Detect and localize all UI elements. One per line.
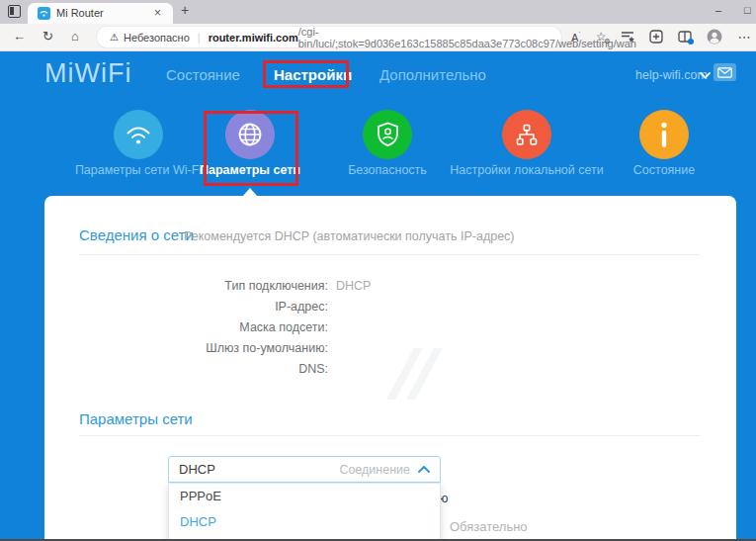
close-tab-icon[interactable]: × <box>154 6 161 20</box>
shield-icon[interactable] <box>363 110 412 159</box>
tab-actions-icon[interactable] <box>8 5 21 18</box>
web-capture-icon[interactable] <box>649 30 663 44</box>
minimize-button[interactable]: – <box>715 4 721 16</box>
section-subtitle-network-info: Рекомендуется DHCP (автоматически получа… <box>184 229 515 243</box>
profile-avatar[interactable] <box>707 29 722 45</box>
divider <box>79 435 700 436</box>
chevron-down-icon[interactable] <box>700 72 711 79</box>
required-placeholder: Обязательно <box>450 519 528 534</box>
miwifi-logo: MiWiFi <box>44 58 131 89</box>
lan-icon[interactable] <box>502 110 551 159</box>
dropdown-selected-value: DHCP <box>179 462 339 477</box>
panel-notch <box>242 188 258 197</box>
section-title-network-settings: Параметры сети <box>79 410 193 427</box>
connection-type-dropdown[interactable]: DHCP Соединение <box>168 456 441 483</box>
not-secure-warning-icon: ⚠ <box>110 32 119 43</box>
wifi-icon[interactable] <box>114 110 163 159</box>
favorites-icon[interactable]: ☆⚙ <box>596 30 607 44</box>
dropdown-options-list: PPPoE DHCP Статический IP-адрес <box>168 483 441 541</box>
quick-item-status[interactable]: Состояние <box>575 163 753 177</box>
account-name[interactable]: help-wifi.com <box>635 68 708 82</box>
more-menu-icon[interactable]: ⋯ <box>737 30 750 45</box>
field-value-connection-type: DHCP <box>336 279 371 293</box>
section-title-network-info: Сведения о сети <box>79 226 194 243</box>
url-domain: router.miwifi.com <box>209 32 298 44</box>
home-icon[interactable]: ⌂ <box>71 30 79 44</box>
dropdown-option-pppoe[interactable]: PPPoE <box>169 484 440 509</box>
divider <box>79 254 700 255</box>
dropdown-option-dhcp[interactable]: DHCP <box>169 509 440 535</box>
security-label[interactable]: Небезопасно <box>124 32 190 44</box>
field-label-ip-address: IP-адрес: <box>79 300 328 314</box>
nav-item-status[interactable]: Состояние <box>166 66 240 83</box>
address-bar[interactable]: ⚠ Небезопасно | router.miwifi.com/cgi-bi… <box>97 27 561 47</box>
miwifi-favicon-icon <box>38 7 50 20</box>
field-label-subnet-mask: Маска подсети: <box>79 320 328 334</box>
field-label-default-gateway: Шлюз по-умолчанию: <box>79 341 328 355</box>
new-tab-button[interactable]: + <box>181 2 189 18</box>
split-screen-icon[interactable] <box>678 31 692 43</box>
annotation-box-settings <box>263 60 349 88</box>
dropdown-caption: Соединение <box>339 463 410 477</box>
info-icon[interactable] <box>639 110 689 159</box>
chevron-up-icon[interactable] <box>418 466 430 473</box>
field-label-dns: DNS: <box>79 362 328 376</box>
tab-title: Mi Router <box>56 7 104 19</box>
field-label-connection-type: Тип подключения: <box>79 279 328 293</box>
mail-icon[interactable] <box>714 63 736 81</box>
read-aloud-icon[interactable]: Aˊ <box>571 31 581 44</box>
browser-tab[interactable]: Mi Router × <box>28 3 173 24</box>
collections-icon[interactable] <box>621 30 634 44</box>
address-divider: | <box>198 32 201 44</box>
maximize-button[interactable]: □ <box>744 4 751 16</box>
back-icon[interactable]: ← <box>13 30 26 44</box>
annotation-box-network-settings <box>204 111 298 186</box>
nav-item-advanced[interactable]: Дополнительно <box>379 66 486 83</box>
toolbar-right-icons: Aˊ ☆⚙ ⋯ <box>571 29 750 45</box>
refresh-icon[interactable]: ↻ <box>42 30 53 44</box>
